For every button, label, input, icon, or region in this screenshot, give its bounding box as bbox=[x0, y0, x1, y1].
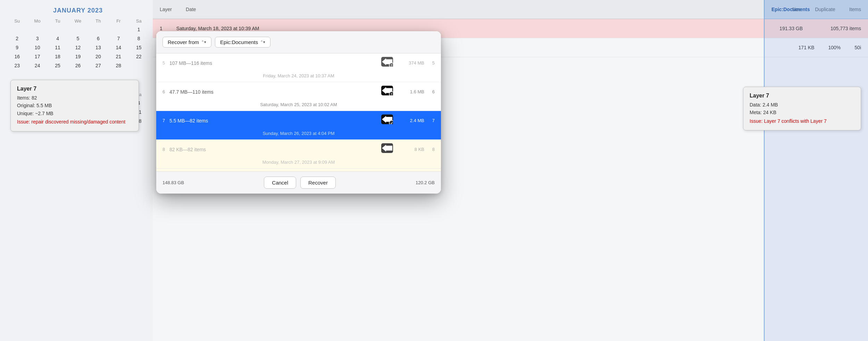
row-icon: ! bbox=[381, 57, 393, 69]
source-label: Epic:Documents bbox=[220, 39, 258, 45]
tooltip-right-meta: Meta: 24 KB bbox=[750, 109, 854, 116]
tooltip-left-unique: Unique: ~2.7 MB bbox=[17, 110, 132, 117]
row-info: 107 MB—116 items bbox=[169, 60, 374, 66]
table-header: Layer Date Size Duplicate Items bbox=[153, 0, 868, 19]
row-info: 5.5 MB—82 items bbox=[169, 118, 374, 123]
tooltip-right-issue: Issue: Layer 7 conflicts with Layer 7 bbox=[750, 118, 854, 125]
row-icon: ✓ bbox=[381, 114, 393, 127]
list-row-main-4: 9 7 MB—110 items 4.4 MB 9 bbox=[156, 169, 441, 171]
row-size: 2.4 MB bbox=[400, 118, 424, 123]
tooltip-right: Layer 7 Data: 2.4 MB Meta: 24 KB Issue: … bbox=[743, 87, 861, 130]
row-count: 5 bbox=[424, 60, 435, 66]
list-row-main-3: 8 82 KB—82 items 8 KB 8 bbox=[156, 140, 441, 159]
recover-button[interactable]: Recover bbox=[300, 177, 336, 189]
tooltip-left-issue: Issue: repair discovered missing/damaged… bbox=[17, 119, 132, 126]
cancel-button[interactable]: Cancel bbox=[264, 177, 296, 189]
layer-list: 5 107 MB—116 items ! 374 MB 5 Friday, Ma… bbox=[156, 53, 441, 171]
tooltip-left-original: Original: 5.5 MB bbox=[17, 102, 132, 109]
footer-row: 148.83 GB Cancel Recover 120.2 GB bbox=[162, 177, 435, 189]
list-row-main-0: 5 107 MB—116 items ! 374 MB 5 bbox=[156, 53, 441, 73]
recover-dialog: Recover from ⌃▾ Epic:Documents ⌃▾ 5 107 … bbox=[156, 31, 441, 194]
row-date: Saturday, March 25, 2023 at 10:02 AM bbox=[156, 101, 441, 111]
row-info: 47.7 MB—110 items bbox=[169, 89, 374, 95]
row-num: 7 bbox=[162, 118, 169, 123]
source-dropdown[interactable]: Epic:Documents ⌃▾ bbox=[215, 37, 270, 48]
footer-size-left: 148.83 GB bbox=[162, 180, 184, 185]
recover-from-chevron-icon: ⌃▾ bbox=[201, 40, 206, 44]
tooltip-left-title: Layer 7 bbox=[17, 86, 132, 92]
tooltip-right-data: Data: 2.4 MB bbox=[750, 101, 854, 109]
row-date: Friday, March 24, 2023 at 10:37 AM bbox=[156, 73, 441, 82]
dialog-footer: 148.83 GB Cancel Recover 120.2 GB bbox=[156, 171, 441, 194]
list-row-main-1: 6 47.7 MB—110 items ! 1.6 MB 6 bbox=[156, 82, 441, 101]
row-size: 1.6 MB bbox=[400, 89, 424, 94]
svg-text:!: ! bbox=[391, 64, 392, 67]
recover-from-label: Recover from bbox=[168, 39, 199, 45]
row-size: 374 MB bbox=[400, 60, 424, 66]
tooltip-left: Layer 7 Items: 82 Original: 5.5 MB Uniqu… bbox=[10, 80, 139, 131]
dialog-actions: Cancel Recover bbox=[264, 177, 336, 189]
highlight-col-header: Epic:Documents bbox=[765, 0, 868, 19]
col-date: Date bbox=[186, 7, 196, 12]
dialog-toolbar: Recover from ⌃▾ Epic:Documents ⌃▾ bbox=[156, 31, 441, 53]
cell-date-1: Saturday, March 18, 2023 at 10:39 AM bbox=[176, 26, 259, 31]
row-date: Sunday, March 26, 2023 at 4:04 PM bbox=[156, 130, 441, 139]
svg-text:✓: ✓ bbox=[390, 121, 393, 124]
row-num: 5 bbox=[162, 60, 169, 66]
row-num: 6 bbox=[162, 89, 169, 94]
list-row[interactable]: 9 7 MB—110 items 4.4 MB 9 Wednesday, Mar… bbox=[156, 169, 441, 171]
list-row[interactable]: 6 47.7 MB—110 items ! 1.6 MB 6 Saturday,… bbox=[156, 82, 441, 111]
tooltip-right-title: Layer 7 bbox=[750, 93, 854, 99]
calendar-jan: JANUARY 2023 SuMoTuWeThFrSa 123456789101… bbox=[7, 7, 149, 70]
row-count: 6 bbox=[424, 89, 435, 94]
cell-layer-1: 1 bbox=[160, 26, 162, 31]
tooltip-left-items: Items: 82 bbox=[17, 94, 132, 102]
row-size: 8 KB bbox=[400, 147, 424, 152]
row-num: 8 bbox=[162, 147, 169, 152]
row-count: 7 bbox=[424, 118, 435, 123]
list-row-main-2: 7 5.5 MB—82 items ✓ 2.4 MB 7 bbox=[156, 111, 441, 130]
row-date: Monday, March 27, 2023 at 9:09 AM bbox=[156, 159, 441, 168]
row-icon: ! bbox=[381, 86, 393, 98]
background-calendar: JANUARY 2023 SuMoTuWeThFrSa 123456789101… bbox=[0, 0, 156, 341]
source-chevron-icon: ⌃▾ bbox=[260, 40, 265, 44]
footer-size-right: 120.2 GB bbox=[416, 180, 435, 185]
row-info: 82 KB—82 items bbox=[169, 147, 374, 152]
svg-rect-17 bbox=[386, 146, 392, 151]
list-row[interactable]: 7 5.5 MB—82 items ✓ 2.4 MB 7 Sunday, Mar… bbox=[156, 111, 441, 140]
highlight-column: Epic:Documents bbox=[764, 0, 868, 341]
list-row[interactable]: 5 107 MB—116 items ! 374 MB 5 Friday, Ma… bbox=[156, 53, 441, 82]
svg-text:!: ! bbox=[391, 93, 392, 95]
row-count: 8 bbox=[424, 147, 435, 152]
list-row[interactable]: 8 82 KB—82 items 8 KB 8 Monday, March 27… bbox=[156, 140, 441, 169]
col-layer: Layer bbox=[160, 7, 172, 12]
calendar-jan-title: JANUARY 2023 bbox=[7, 7, 149, 14]
recover-from-dropdown[interactable]: Recover from ⌃▾ bbox=[162, 37, 211, 48]
row-icon bbox=[381, 143, 393, 155]
